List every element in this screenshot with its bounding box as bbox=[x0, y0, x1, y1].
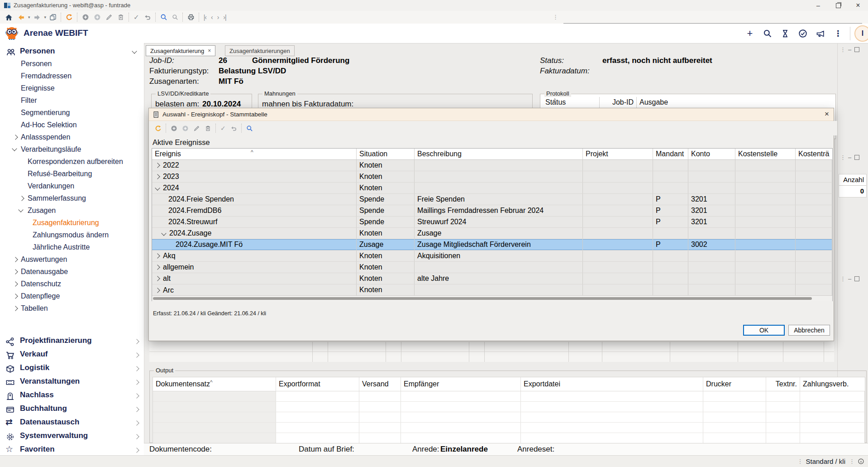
chevron-down-icon[interactable] bbox=[155, 185, 160, 190]
table-row[interactable]: Akq KnotenAkquisitionen bbox=[152, 250, 832, 262]
panel-controls[interactable]: ⋮– bbox=[840, 154, 859, 161]
sidebar-item-verdankungen[interactable]: Verdankungen bbox=[0, 180, 144, 192]
info-icon[interactable] bbox=[858, 458, 864, 465]
table-row[interactable]: 2024.FremdDB6 SpendeMaillings Fremdadres… bbox=[152, 205, 832, 217]
column-header[interactable]: Versand bbox=[359, 377, 401, 391]
confirm-check-icon[interactable]: ✓ bbox=[131, 11, 142, 24]
column-header[interactable]: Kostenträ bbox=[796, 149, 832, 159]
cancel-button[interactable]: Abbrechen bbox=[788, 325, 830, 336]
column-header[interactable]: Ereignis bbox=[152, 149, 357, 159]
table-row[interactable]: allgemein Knoten bbox=[152, 262, 832, 273]
column-header[interactable]: Mandant bbox=[653, 149, 688, 159]
table-row[interactable]: 2024.Zusage KnotenZusage bbox=[152, 228, 832, 239]
table-row-selected[interactable]: 2024.Zusage.MIT Fö ZusageZusage Mitglied… bbox=[152, 239, 832, 250]
sidebar-section-personen[interactable]: Personen bbox=[0, 45, 144, 58]
table-row[interactable]: alt Knotenalte Jahre bbox=[152, 273, 832, 284]
chevron-right-icon[interactable] bbox=[155, 288, 160, 293]
nav-prev-icon[interactable]: ‹ bbox=[209, 11, 215, 24]
sidebar-module-datenaustausch[interactable]: ⇄Datenaustausch bbox=[0, 417, 144, 429]
sidebar-item-jaehrliche-austritte[interactable]: Jährliche Austritte bbox=[0, 241, 144, 253]
sidebar-item-datenschutz[interactable]: Datenschutz bbox=[0, 278, 144, 290]
chevron-down-icon[interactable] bbox=[132, 48, 137, 53]
forward-icon[interactable] bbox=[31, 11, 43, 24]
ok-button[interactable]: OK bbox=[743, 325, 785, 336]
search-icon[interactable] bbox=[244, 122, 255, 135]
sidebar-item-ereignisse[interactable]: Ereignisse bbox=[0, 82, 144, 94]
search-secondary-icon[interactable] bbox=[170, 11, 181, 24]
add-icon[interactable] bbox=[168, 122, 180, 135]
panel-controls[interactable]: ⋮– bbox=[840, 46, 859, 53]
chevron-down-icon[interactable] bbox=[161, 231, 166, 236]
back-history-caret-icon[interactable]: ▾ bbox=[27, 11, 31, 24]
sidebar-module-systemverwaltung[interactable]: Systemverwaltung bbox=[0, 430, 144, 443]
sidebar-module-nachlass[interactable]: Nachlass bbox=[0, 390, 144, 402]
chevron-right-icon[interactable] bbox=[155, 276, 160, 281]
horizontal-scrollbar[interactable] bbox=[152, 295, 832, 301]
close-button[interactable]: × bbox=[848, 0, 868, 11]
sidebar-item-segmentierung[interactable]: Segmentierung bbox=[0, 106, 144, 119]
sidebar-item-datenpflege[interactable]: Datenpflege bbox=[0, 290, 144, 302]
nav-first-icon[interactable]: |‹ bbox=[201, 11, 209, 24]
column-header[interactable]: Ausgabe bbox=[637, 97, 833, 108]
column-header[interactable]: Situation bbox=[357, 149, 415, 159]
sidebar-item-zusagenfakturierung[interactable]: Zusagenfakturierung bbox=[0, 217, 144, 229]
search-icon[interactable] bbox=[158, 11, 170, 24]
kebab-menu-icon[interactable]: ⋮ bbox=[830, 26, 846, 41]
megaphone-icon[interactable] bbox=[813, 26, 828, 41]
column-header[interactable]: Drucker bbox=[703, 377, 766, 391]
sidebar-item-korrespondenzen[interactable]: Korrespondenzen aufbereiten bbox=[0, 155, 144, 168]
dialog-close-icon[interactable]: × bbox=[825, 110, 829, 119]
column-header[interactable]: Empfänger bbox=[401, 377, 521, 391]
sidebar-module-veranstaltungen[interactable]: Veranstaltungen bbox=[0, 376, 144, 389]
column-header[interactable]: Projekt bbox=[583, 149, 653, 159]
dialog-titlebar[interactable]: Auswahl - Ereigniskopf - Stammtabelle × bbox=[149, 108, 834, 121]
add-copy-icon[interactable] bbox=[91, 11, 103, 24]
tab-close-icon[interactable]: × bbox=[208, 48, 211, 54]
refresh-icon[interactable] bbox=[153, 122, 164, 135]
restore-button[interactable] bbox=[828, 0, 848, 11]
user-avatar[interactable]: I bbox=[854, 25, 868, 42]
table-row[interactable]: 2022 Knoten bbox=[152, 160, 832, 171]
sidebar-item-adhoc-selektion[interactable]: Ad-Hoc Selektion bbox=[0, 119, 144, 131]
global-search-icon[interactable] bbox=[760, 26, 775, 41]
forward-history-caret-icon[interactable]: ▾ bbox=[43, 11, 48, 24]
column-header[interactable]: Konto bbox=[688, 149, 735, 159]
table-row[interactable]: 2023 Knoten bbox=[152, 171, 832, 183]
sidebar-module-logistik[interactable]: Logistik bbox=[0, 362, 144, 375]
panel-controls[interactable]: ⋮– bbox=[840, 275, 859, 282]
minimize-button[interactable]: – bbox=[808, 0, 828, 11]
sidebar-item-refuse[interactable]: Refusé-Bearbeitung bbox=[0, 168, 144, 180]
column-header[interactable]: Status bbox=[543, 97, 600, 108]
edit-pencil-icon[interactable] bbox=[103, 11, 115, 24]
undo-icon[interactable] bbox=[142, 11, 153, 24]
column-header[interactable]: Job-ID bbox=[600, 97, 637, 108]
sidebar-item-datenausgabe[interactable]: Datenausgabe bbox=[0, 265, 144, 278]
nav-next-icon[interactable]: › bbox=[215, 11, 221, 24]
sidebar-item-anlassspenden[interactable]: Anlassspenden bbox=[0, 131, 144, 143]
anzahl-column-header[interactable]: Anzahl bbox=[839, 174, 866, 186]
new-plus-icon[interactable]: + bbox=[742, 26, 758, 41]
chevron-right-icon[interactable] bbox=[155, 253, 160, 258]
hourglass-icon[interactable] bbox=[777, 26, 793, 41]
table-row[interactable]: 2024 Knoten bbox=[152, 183, 832, 194]
tab-zusagenfakturierungen[interactable]: Zusagenfakturierungen bbox=[225, 45, 295, 56]
sidebar-item-tabellen[interactable]: Tabellen bbox=[0, 302, 144, 314]
delete-trash-icon[interactable] bbox=[202, 122, 214, 135]
delete-trash-icon[interactable] bbox=[115, 11, 127, 24]
nav-last-icon[interactable]: ›| bbox=[221, 11, 228, 24]
edit-pencil-icon[interactable] bbox=[191, 122, 202, 135]
new-window-icon[interactable] bbox=[47, 11, 59, 24]
sidebar-item-personen[interactable]: Personen bbox=[0, 58, 144, 70]
table-row[interactable]: 2024.Streuwurf SpendeStreuwurf 2024 P320… bbox=[152, 217, 832, 228]
sidebar-item-fremdadressen[interactable]: Fremdadressen bbox=[0, 70, 144, 82]
sidebar-item-zusagen[interactable]: Zusagen bbox=[0, 204, 144, 217]
home-icon[interactable] bbox=[3, 11, 15, 24]
undo-icon[interactable] bbox=[228, 122, 239, 135]
sidebar-item-filter[interactable]: Filter bbox=[0, 94, 144, 106]
column-header[interactable]: Kostenstelle bbox=[735, 149, 796, 159]
sidebar-item-auswertungen[interactable]: Auswertungen bbox=[0, 253, 144, 265]
table-row[interactable]: Arc Knoten bbox=[152, 284, 832, 296]
add-copy-icon[interactable] bbox=[180, 122, 191, 135]
column-header[interactable]: Textnr. bbox=[766, 377, 800, 391]
check-circle-icon[interactable] bbox=[795, 26, 811, 41]
